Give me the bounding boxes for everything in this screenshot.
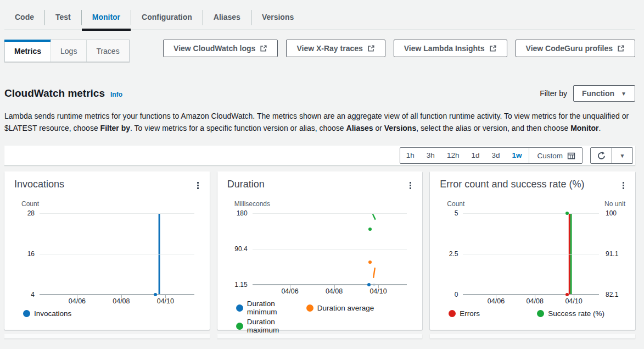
button-label: View Lambda Insights [404,44,485,53]
legend-color-dot [23,310,30,317]
view-codeguru-profiles-button[interactable]: View CodeGuru profiles [516,40,635,57]
data-series-line [373,268,375,278]
calendar-grid-icon [567,152,575,160]
y-axis-tick-label: 0 [455,291,458,298]
y-axis-ticks: 52.50 [440,213,463,295]
data-point-dot [154,293,157,296]
y-axis-tick-label: 2.5 [449,250,458,258]
view-cloudwatch-logs-button[interactable]: View CloudWatch logs [163,40,278,57]
legend-color-dot [537,310,544,317]
gridline [40,213,194,214]
monitor-toolbar: Metrics Logs Traces View CloudWatch logs… [4,40,635,62]
subtab-traces[interactable]: Traces [86,40,128,62]
tab-aliases[interactable]: Aliases [203,5,251,30]
y2-axis-tick-label: 91.1 [606,250,618,258]
external-link-icon [617,45,625,52]
y2-axis-ticks [194,213,200,295]
x-axis-tick-label: 04/08 [527,297,544,305]
x-axis-tick-label: 04/10 [157,297,174,305]
tab-code[interactable]: Code [4,5,44,30]
legend-color-dot [449,310,456,317]
gridline [253,249,407,250]
legend-item: Success rate (%) [537,309,625,318]
external-link-icon [489,45,497,52]
time-range-bar: 1h 3h 12h 1d 3d 1w Custom ▼ [4,146,635,165]
view-lambda-insights-button[interactable]: View Lambda Insights [394,40,507,57]
time-range-12h[interactable]: 12h [441,148,466,163]
cloudwatch-metrics-header: CloudWatch metrics Info Filter by Functi… [4,85,635,102]
data-series-line [373,214,376,219]
legend-item: Invocations [23,309,71,318]
data-point-dot [368,228,372,231]
tab-versions[interactable]: Versions [251,5,304,30]
y-axis-unit-label: Count [447,200,464,210]
custom-range-button[interactable]: Custom [530,152,582,160]
legend-color-dot [236,304,243,312]
y2-axis-ticks [407,213,412,285]
tab-configuration[interactable]: Configuration [131,5,203,30]
info-link[interactable]: Info [110,91,122,98]
invocations-chart-card: Invocations Count 28164 04/0604/0804/10 … [4,171,210,330]
y2-axis-unit-label: No unit [604,200,625,210]
legend-label: Invocations [34,309,71,318]
card-stub [217,334,423,339]
data-point-dot [368,261,372,264]
legend-item: Duration average [306,300,377,316]
button-label: View CloudWatch logs [173,44,255,53]
time-range-1h[interactable]: 1h [400,148,421,163]
chart-legend: ErrorsSuccess rate (%) [449,309,625,318]
y-axis-tick-label: 1.15 [234,281,247,289]
data-point-dot [565,293,569,296]
legend-item: Duration minimum [236,300,306,316]
y-axis-tick-label: 5 [455,209,458,217]
button-label: View CodeGuru profiles [526,44,613,53]
gridline [253,213,407,214]
refresh-button[interactable] [591,148,612,163]
time-range-1d[interactable]: 1d [465,148,485,163]
y-axis-tick-label: 28 [27,209,35,217]
refresh-options-dropdown[interactable]: ▼ [612,148,632,163]
gridline [463,213,599,214]
subtab-metrics[interactable]: Metrics [5,40,51,62]
chart-legend: Invocations [23,309,200,318]
duration-chart-card: Duration Milliseconds 18090.41.15 04/060… [217,171,423,330]
time-range-3h[interactable]: 3h [421,148,441,163]
y-axis-unit-label: Count [21,200,39,210]
y-axis-tick-label: 4 [31,291,35,298]
description-text: Lambda sends runtime metrics for your fu… [4,110,635,134]
card-stub [430,334,635,339]
function-tabs: Code Test Monitor Configuration Aliases … [4,5,635,30]
tab-test[interactable]: Test [45,5,81,30]
next-cards-row-partial [4,334,635,339]
chart-menu-button[interactable] [194,179,202,192]
y2-axis-tick-label: 100 [606,209,617,217]
y-axis-tick-label: 16 [27,250,35,258]
x-axis-tick-label: 04/10 [369,287,387,295]
error-success-chart-card: Error count and success rate (%) Count N… [430,171,635,330]
chart-title: Invocations [14,179,64,190]
tab-monitor[interactable]: Monitor [82,5,131,30]
legend-label: Errors [460,309,480,318]
data-point-dot [565,212,569,215]
chart-menu-button[interactable] [406,179,415,192]
x-axis-tick-label: 04/06 [488,297,505,305]
metrics-cards-row: Invocations Count 28164 04/0604/0804/10 … [4,171,635,330]
refresh-button-group: ▼ [590,147,633,164]
legend-item: Duration maximum [236,318,306,334]
view-xray-traces-button[interactable]: View X-Ray traces [286,40,385,57]
metrics-logs-traces-tabs: Metrics Logs Traces [4,40,130,62]
chevron-down-icon: ▼ [621,91,626,97]
filter-function-dropdown[interactable]: Function ▼ [573,85,635,102]
chart-plot-area [253,213,407,285]
chart-plot-area [40,213,194,295]
y-axis-tick-label: 180 [237,209,248,217]
subtab-logs[interactable]: Logs [51,40,86,62]
gridline [463,254,599,254]
chart-menu-button[interactable] [619,179,628,192]
time-range-3d[interactable]: 3d [485,148,506,163]
x-axis-tick-label: 04/08 [113,297,130,305]
legend-item: Errors [449,309,537,318]
legend-label: Duration minimum [247,300,306,316]
x-axis-tick-label: 04/08 [326,287,343,295]
time-range-1w[interactable]: 1w [506,148,528,163]
